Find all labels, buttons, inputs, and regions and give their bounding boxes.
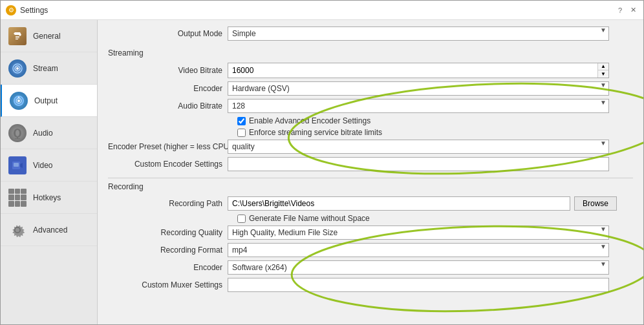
recording-path-row: Recording Path Browse [108, 196, 633, 211]
video-bitrate-spinbox[interactable]: ▲ ▼ [228, 63, 609, 78]
enforce-streaming-label: Enforce streaming service bitrate limits [249, 128, 382, 137]
enable-advanced-label: Enable Advanced Encoder Settings [249, 116, 370, 125]
encoder-preset-row: Encoder Preset (higher = less CPU) quali… [108, 140, 633, 154]
window-title: Settings [20, 6, 615, 15]
sidebar-item-audio[interactable]: Audio [1, 117, 97, 149]
recording-quality-select-wrapper: High Quality, Medium File Size Indisting… [228, 225, 609, 240]
custom-encoder-row: Custom Encoder Settings [108, 157, 633, 171]
recording-encoder-label: Encoder [108, 263, 228, 272]
output-icon [8, 90, 29, 111]
streaming-section-header: Streaming [108, 48, 633, 59]
enable-advanced-row: Enable Advanced Encoder Settings [237, 116, 633, 125]
recording-format-select-wrapper: mp4 mkv flv mov ts m3u8 ▼ [228, 243, 609, 257]
generate-filename-row: Generate File Name without Space [237, 214, 633, 223]
sidebar-item-stream[interactable]: Stream [1, 52, 97, 85]
main-content: Output Mode Simple Advanced ▼ Streaming [98, 20, 643, 305]
svg-point-5 [16, 67, 19, 70]
audio-bitrate-row: Audio Bitrate 64 96 128 160 192 256 320 [108, 99, 633, 113]
sidebar-general-label: General [33, 32, 61, 41]
output-mode-label: Output Mode [108, 29, 228, 38]
svg-marker-14 [20, 163, 23, 168]
window-controls: ? ✕ [615, 5, 638, 16]
recording-encoder-select[interactable]: Software (x264) Software (x265) Hardware… [228, 260, 609, 275]
svg-rect-15 [14, 163, 19, 167]
custom-muxer-input[interactable] [228, 278, 609, 292]
recording-encoder-row: Encoder Software (x264) Software (x265) … [108, 260, 633, 275]
svg-point-10 [16, 130, 19, 136]
sidebar-output-label: Output [34, 96, 58, 105]
spinbox-up-button[interactable]: ▲ [598, 63, 608, 70]
streaming-encoder-row: Encoder Hardware (QSV) Software (x264) S… [108, 81, 633, 96]
recording-section: Recording Recording Path Browse Generate… [108, 182, 633, 292]
recording-quality-select[interactable]: High Quality, Medium File Size Indisting… [228, 225, 609, 240]
sidebar-item-video[interactable]: Video [1, 149, 97, 182]
spinbox-controls: ▲ ▼ [597, 63, 608, 78]
main-wrapper: Output Mode Simple Advanced ▼ Streaming [98, 20, 643, 324]
custom-encoder-label: Custom Encoder Settings [108, 160, 228, 169]
audio-bitrate-label: Audio Bitrate [108, 101, 228, 110]
content-area: General Stream [1, 20, 643, 324]
recording-format-label: Recording Format [108, 246, 228, 255]
audio-bitrate-select[interactable]: 64 96 128 160 192 256 320 [228, 99, 609, 113]
recording-format-row: Recording Format mp4 mkv flv mov ts m3u8… [108, 243, 633, 257]
sidebar-stream-label: Stream [33, 64, 58, 73]
video-bitrate-row: Video Bitrate ▲ ▼ [108, 63, 633, 78]
recording-quality-label: Recording Quality [108, 228, 228, 237]
svg-rect-2 [16, 39, 18, 39]
spinbox-down-button[interactable]: ▼ [598, 70, 608, 78]
svg-rect-12 [15, 138, 20, 139]
custom-muxer-row: Custom Muxer Settings [108, 278, 633, 292]
generate-filename-checkbox[interactable] [237, 215, 246, 223]
close-button[interactable]: ✕ [628, 5, 638, 16]
recording-section-header: Recording [108, 182, 633, 193]
help-button[interactable]: ? [615, 5, 625, 16]
audio-icon [7, 123, 28, 143]
custom-encoder-input[interactable] [228, 157, 609, 171]
sidebar-advanced-label: Advanced [33, 225, 67, 235]
sidebar-item-advanced[interactable]: Advanced [1, 214, 97, 246]
recording-encoder-select-wrapper: Software (x264) Software (x265) Hardware… [228, 260, 609, 275]
svg-rect-0 [16, 36, 19, 37]
video-bitrate-input[interactable] [228, 63, 597, 78]
stream-icon [7, 58, 28, 79]
enforce-streaming-checkbox[interactable] [237, 129, 246, 137]
audio-bitrate-select-wrapper: 64 96 128 160 192 256 320 ▼ [228, 99, 609, 113]
section-divider [108, 178, 633, 178]
browse-button[interactable]: Browse [574, 196, 617, 211]
recording-format-select[interactable]: mp4 mkv flv mov ts m3u8 [228, 243, 609, 257]
streaming-section: Streaming Video Bitrate ▲ ▼ [108, 48, 633, 171]
streaming-encoder-label: Encoder [108, 84, 228, 93]
encoder-preset-label: Encoder Preset (higher = less CPU) [108, 142, 228, 151]
custom-muxer-label: Custom Muxer Settings [108, 280, 228, 289]
sidebar-audio-label: Audio [33, 129, 53, 138]
sidebar-hotkeys-label: Hotkeys [33, 193, 61, 202]
encoder-preset-select[interactable]: quality balanced speed [228, 140, 609, 154]
sidebar-item-general[interactable]: General [1, 20, 97, 52]
hotkeys-icon [7, 187, 28, 208]
sidebar-item-hotkeys[interactable]: Hotkeys [1, 182, 97, 214]
enable-advanced-checkbox[interactable] [237, 117, 246, 125]
sidebar: General Stream [1, 20, 98, 324]
general-icon [7, 26, 28, 47]
sidebar-video-label: Video [33, 161, 52, 170]
recording-quality-row: Recording Quality High Quality, Medium F… [108, 225, 633, 240]
video-bitrate-label: Video Bitrate [108, 66, 228, 75]
title-bar: ⚙ Settings ? ✕ [1, 1, 643, 20]
svg-point-8 [17, 100, 20, 102]
output-mode-select[interactable]: Simple Advanced [228, 26, 609, 41]
sidebar-item-output[interactable]: Output [1, 85, 97, 117]
svg-rect-1 [16, 37, 19, 38]
video-icon [7, 155, 28, 176]
settings-window: ⚙ Settings ? ✕ [0, 0, 644, 325]
streaming-encoder-select-wrapper: Hardware (QSV) Software (x264) Software … [228, 81, 609, 96]
encoder-preset-select-wrapper: quality balanced speed ▼ [228, 140, 609, 154]
enforce-streaming-row: Enforce streaming service bitrate limits [237, 128, 633, 137]
recording-path-label: Recording Path [108, 199, 228, 208]
recording-path-input[interactable] [228, 196, 570, 211]
app-icon: ⚙ [6, 5, 16, 16]
output-mode-row: Output Mode Simple Advanced ▼ [108, 26, 633, 41]
output-mode-select-wrapper: Simple Advanced ▼ [228, 26, 609, 41]
advanced-icon [7, 220, 28, 240]
generate-filename-label: Generate File Name without Space [249, 214, 370, 223]
streaming-encoder-select[interactable]: Hardware (QSV) Software (x264) Software … [228, 81, 609, 96]
